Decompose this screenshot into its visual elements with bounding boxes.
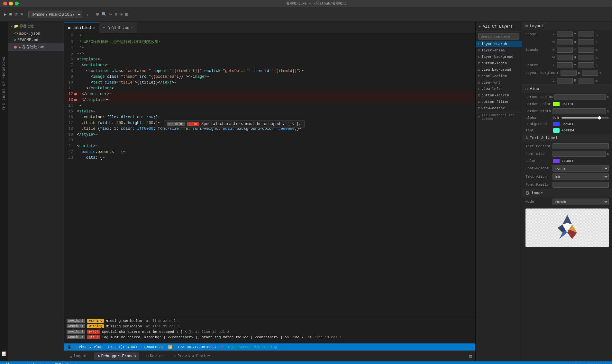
debug-tab-logcat[interactable]: △ logcat	[67, 352, 90, 360]
mode-select[interactable]: stretch contain cover	[553, 199, 609, 205]
layer-item-view-left[interactable]: ⊡ view-left	[476, 86, 522, 92]
text-color-preview[interactable]	[553, 159, 560, 163]
tab-untitled[interactable]: untitled ✕	[64, 22, 99, 33]
layer-icon-button-filter: ⊡	[478, 100, 480, 104]
tint-color-value: 45FFD4	[562, 129, 574, 132]
layers-functions-divider[interactable]: ⊟ All Functions And Values	[476, 112, 522, 122]
corner-radius-input[interactable]	[554, 94, 606, 100]
bounds-wh-stepper[interactable]: ⇅	[595, 55, 598, 60]
layer-item-anima[interactable]: ⊡ layer-anima	[476, 47, 522, 54]
bounds-stepper[interactable]: ⇅	[595, 48, 598, 52]
code-line-12: 12 </container>~	[64, 91, 475, 97]
image-section: 🖼 Image Mode stretch contain cover	[522, 189, 612, 250]
toolbar-icon-stop[interactable]: ■	[9, 12, 12, 17]
layer-name-background: layer-backgroud	[481, 55, 513, 59]
tint-color-preview[interactable]	[553, 128, 560, 133]
trash-icon[interactable]: 🗑	[468, 354, 473, 359]
center-x-input[interactable]	[557, 62, 573, 68]
debug-tab-preview[interactable]: ≡ Preview-Device	[171, 353, 213, 360]
mail-icon[interactable]: ✉	[120, 12, 123, 17]
background-label: Background	[525, 122, 551, 126]
background-color-row: Background 3643FF	[522, 121, 612, 127]
file-tree-item-we[interactable]: ◈ 吞吞吐吐.we	[8, 43, 64, 51]
layer-item-tabel-coffee[interactable]: ⊡ tabel-coffee	[476, 73, 522, 79]
border-color-preview[interactable]	[553, 102, 560, 106]
layer-item-button-login[interactable]: ⊡ button-login	[476, 60, 522, 67]
image-preview	[525, 209, 609, 247]
layer-item-button-search[interactable]: ⊡ button-search	[476, 92, 522, 99]
font-size-input[interactable]	[553, 151, 606, 157]
code-editor[interactable]: 2 *~ 3 * WEEX样例模板，点击运行可以实时预览效果~ 4 *~ 5 -…	[64, 33, 475, 318]
font-family-input[interactable]	[553, 182, 609, 188]
layer-item-view-editor[interactable]: ⊡ view-editor	[476, 105, 522, 111]
font-weight-select[interactable]: normal bold	[553, 165, 609, 172]
layer-icon-button-login: ⊡	[478, 61, 480, 65]
bounds-h-input[interactable]	[578, 55, 594, 60]
minimize-button[interactable]	[9, 2, 13, 5]
layer-icon-anima: ⊡	[478, 49, 480, 52]
layer-item-button-filter[interactable]: ⊡ button-filter	[476, 99, 522, 105]
center-y-input[interactable]	[578, 62, 594, 68]
barcode-icon[interactable]: ▦	[125, 12, 128, 17]
search-icon[interactable]: 🔍	[101, 12, 107, 17]
margins-lr-stepper[interactable]: ⇅	[595, 78, 598, 83]
err2-message: Missing semicolon.	[106, 324, 144, 328]
border-width-stepper[interactable]: ⇅	[607, 109, 609, 114]
layer-item-background[interactable]: ⊡ layer-backgroud	[476, 54, 522, 60]
toolbar-icon-refresh[interactable]: ⟳	[14, 12, 18, 17]
font-size-stepper[interactable]: ⇅	[607, 152, 609, 156]
tab-chuntun[interactable]: ≡ 吞吞吐吐.we ○	[99, 22, 137, 33]
tab-close-untitled[interactable]: ✕	[93, 26, 95, 30]
corner-radius-row: Corner Radius ⇅	[522, 93, 612, 101]
text-content-input[interactable]	[553, 143, 609, 149]
layout-split-icon[interactable]: ⊡	[96, 12, 99, 17]
margin-l-input[interactable]	[557, 78, 573, 84]
frame-stepper[interactable]: ⇅	[595, 32, 598, 37]
frame-w-input[interactable]	[557, 39, 573, 45]
margin-b-input[interactable]	[582, 70, 598, 76]
bounds-w-input[interactable]	[557, 55, 573, 60]
layer-item-view-backgroud[interactable]: ⊡ view-backgroud	[476, 67, 522, 73]
alpha-slider-thumb[interactable]	[598, 116, 601, 120]
toolbar-icon-misc[interactable]: ⌘	[21, 12, 23, 17]
error-row-3: weexhint error Special characters must b…	[64, 329, 475, 334]
debug-tab-device[interactable]: □ Device	[143, 353, 167, 360]
file-tree-item-readme[interactable]: # README.md	[8, 37, 64, 43]
tab-close-chuntun[interactable]: ○	[131, 26, 133, 30]
frame-wh-stepper[interactable]: ⇅	[595, 40, 598, 45]
code-line-5: 5 -->	[64, 51, 475, 57]
code-line-20: 20 ~	[64, 138, 475, 143]
corner-radius-stepper[interactable]: ⇅	[607, 95, 609, 100]
scissors-icon[interactable]: ✂	[109, 12, 112, 17]
file-tree-item-mock[interactable]: {} mock.json	[8, 31, 64, 37]
editor-area: untitled ✕ ≡ 吞吞吐吐.we ○ 2 *~ 3 * WEEX样例模板…	[64, 22, 475, 361]
frame-h-input[interactable]	[578, 39, 594, 45]
margins-stepper[interactable]: ⇅	[599, 71, 602, 75]
device-selector[interactable]: iPhone 7 Plus(iOS 10.2)	[28, 11, 82, 18]
close-button[interactable]	[3, 2, 7, 5]
file-name-we: 吞吞吐吐.we	[22, 44, 44, 50]
layer-item-search[interactable]: ⊡ layer-search	[476, 41, 522, 47]
layers-search-input[interactable]	[478, 33, 519, 40]
toolbar-icon-play[interactable]: ▶	[4, 12, 6, 17]
debug-tab-debugger[interactable]: ❖ Debugger-Frames	[94, 352, 139, 360]
bounds-y-input[interactable]	[578, 47, 594, 53]
margin-r-input[interactable]	[578, 78, 594, 84]
window-title: 吞吞吐吐.we — ~/github/吞吞吐吐	[24, 1, 609, 6]
mac-title-bar: 吞吞吐吐.we — ~/github/吞吞吐吐	[0, 0, 612, 7]
border-width-input[interactable]	[553, 108, 606, 114]
margin-t-input[interactable]	[561, 70, 577, 76]
text-align-select[interactable]: left center right	[553, 173, 609, 180]
background-color-preview[interactable]	[553, 122, 560, 126]
frame-x-input[interactable]	[557, 31, 573, 37]
layer-item-view-font[interactable]: ⊡ view-font	[476, 79, 522, 86]
arrow-icon[interactable]: ⇄	[87, 12, 90, 17]
code-line-8: 8 <container class="container" repeat="{…	[64, 68, 475, 74]
panel-left-icon[interactable]: ⊟	[114, 12, 117, 17]
frame-y-input[interactable]	[578, 31, 594, 37]
modified-dot	[14, 46, 17, 49]
bounds-x-input[interactable]	[557, 47, 573, 53]
sidebar-chart-icon[interactable]: 📊	[2, 351, 6, 361]
maximize-button[interactable]	[15, 2, 19, 5]
center-stepper[interactable]: ⇅	[595, 63, 598, 68]
